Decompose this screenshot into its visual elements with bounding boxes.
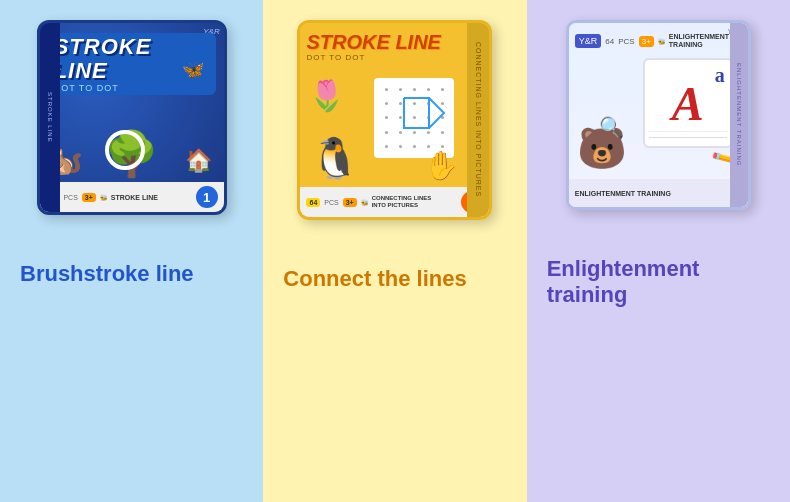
age-badge-blue: 3+: [82, 193, 96, 202]
spine-blue: STROKE LINE: [40, 23, 60, 212]
butterfly-icon: 🦋: [182, 59, 204, 81]
house-icon: 🏠: [185, 148, 212, 174]
spine-purple: ENLIGHTENMENT TRAINING: [730, 23, 748, 207]
dot-grid: [374, 78, 454, 158]
letter-A: A: [672, 76, 704, 131]
title-banner-yellow: STROKE LINE DOT TO DOT: [306, 31, 464, 62]
abc-card: A a: [643, 58, 733, 148]
book-box-yellow: Y&R STROKE LINE DOT TO DOT 🌷 🐚 🐧: [297, 20, 492, 240]
book-box-purple: Y&R Y&R 64 PCS 3+ 🐝 ENLIGHTENMENT TRAINI…: [566, 20, 751, 230]
info-bar-purple: ENLIGHTENMENT TRAINING: [569, 179, 748, 207]
col-enlightenment: Y&R Y&R 64 PCS 3+ 🐝 ENLIGHTENMENT TRAINI…: [527, 0, 790, 502]
spine-text-yellow: CONNECTING LINES INTO PICTURES: [475, 42, 482, 197]
col-label-blue: Brushstroke line: [0, 251, 263, 297]
book-title-yellow: STROKE LINE: [306, 31, 464, 53]
col-connect: Y&R STROKE LINE DOT TO DOT 🌷 🐚 🐧: [263, 0, 526, 502]
flower-icon: 🌷: [308, 78, 345, 113]
pieces-badge-yellow: 64: [306, 198, 320, 207]
main-container: Y&R STROKE LINE DOT TO DOT ★ ★ 🦋 🐿️ 🌳: [0, 0, 790, 502]
age-text-purple: 3+: [639, 36, 654, 47]
book-box-blue: Y&R STROKE LINE DOT TO DOT ★ ★ 🦋 🐿️ 🌳: [37, 20, 227, 235]
age-badge-yellow: 3+: [343, 198, 357, 207]
enlightenment-label: ENLIGHTENMENT TRAINING: [669, 33, 729, 48]
book-subtitle-yellow: DOT TO DOT: [306, 53, 464, 62]
info-bar-yellow: 64 PCS 3+ 🐝 CONNECTING LINES INTO PICTUR…: [300, 187, 489, 217]
col-label-purple: Enlightenment training: [527, 246, 790, 318]
book-subtitle-blue: DOT TO DOT: [54, 83, 210, 93]
ring-shape: [105, 130, 145, 170]
col-label-yellow: Connect the lines: [263, 256, 526, 302]
col-brushstroke: Y&R STROKE LINE DOT TO DOT ★ ★ 🦋 🐿️ 🌳: [0, 0, 263, 502]
title-banner-purple: Y&R 64 PCS 3+ 🐝 ENLIGHTENMENT TRAINING 3: [575, 31, 742, 51]
number-badge-blue: 1: [196, 186, 218, 208]
brand-badge-purple: Y&R: [575, 34, 602, 48]
spine-text-blue: STROKE LINE: [47, 92, 53, 143]
desc-text-yellow: CONNECTING LINES INTO PICTURES: [372, 195, 458, 208]
magnifier-icon: 🔍: [599, 115, 624, 139]
hand-icon: ✋: [424, 149, 459, 182]
info-bar-blue: 64 PCS 3+ 🐝 STROKE LINE 1: [40, 182, 224, 212]
info-bar-text-purple: ENLIGHTENMENT TRAINING: [575, 190, 671, 197]
spine-text-purple: ENLIGHTENMENT TRAINING: [736, 63, 742, 166]
letter-a-small: a: [715, 64, 725, 87]
penguin-icon: 🐧: [310, 135, 360, 182]
desc-text-blue: STROKE LINE: [111, 194, 192, 201]
pieces-text-purple: 64: [605, 37, 614, 46]
spine-yellow: CONNECTING LINES INTO PICTURES: [467, 23, 489, 217]
shape-svg: [374, 78, 454, 158]
